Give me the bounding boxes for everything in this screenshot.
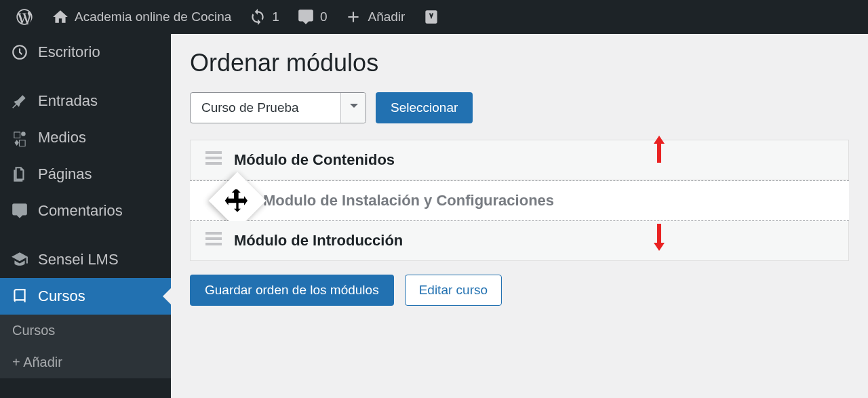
yoast-link[interactable] [414, 0, 448, 34]
wordpress-logo[interactable] [7, 0, 42, 34]
sidebar-item-paginas[interactable]: Páginas [0, 156, 171, 193]
drag-handle-icon[interactable] [205, 151, 222, 169]
selected-course: Curso de Prueba [201, 100, 299, 115]
chevron-down-icon [350, 104, 358, 112]
modules-list: Módulo de Contenidos Modulo de Instalaci… [190, 140, 849, 261]
module-name: Módulo de Contenidos [234, 151, 395, 169]
module-row-dragging[interactable]: Modulo de Instalación y Configuraciones [190, 180, 849, 221]
updates-link[interactable]: 1 [241, 0, 288, 34]
sidebar-item-escritorio[interactable]: Escritorio [0, 34, 171, 71]
comment-count: 0 [320, 9, 328, 24]
page-title: Ordenar módulos [190, 49, 849, 77]
svg-rect-6 [205, 243, 222, 245]
comments-link[interactable]: 0 [289, 0, 336, 34]
wordpress-icon [15, 7, 34, 26]
drag-handle-icon[interactable] [205, 232, 222, 250]
sidebar-item-comentarios[interactable]: Comentarios [0, 193, 171, 229]
sidebar-item-label: Sensei LMS [38, 251, 119, 268]
site-title: Academia online de Cocina [75, 9, 231, 24]
submenu-item-cursos[interactable]: Cursos [0, 315, 171, 346]
module-row[interactable]: Módulo de Contenidos [190, 140, 849, 180]
dashboard-icon [11, 43, 28, 61]
submenu-cursos: Cursos + Añadir [0, 315, 171, 378]
comment-icon [297, 8, 315, 26]
edit-course-button[interactable]: Editar curso [405, 275, 502, 306]
add-new-link[interactable]: Añadir [336, 0, 413, 34]
pin-icon [11, 92, 28, 110]
arrow-down-annotation [651, 222, 667, 255]
module-row[interactable]: Módulo de Introducción [190, 221, 849, 261]
sidebar-item-sensei[interactable]: Sensei LMS [0, 241, 171, 278]
course-select[interactable]: Curso de Prueba [190, 92, 366, 123]
save-order-button[interactable]: Guardar orden de los módulos [190, 275, 394, 306]
sidebar-item-label: Medios [38, 129, 86, 146]
sidebar-item-medios[interactable]: Medios [0, 119, 171, 156]
media-icon [11, 129, 28, 146]
yoast-icon [422, 8, 440, 26]
update-count: 1 [272, 9, 279, 24]
svg-rect-4 [205, 232, 222, 235]
sidebar-item-label: Páginas [38, 165, 92, 183]
add-label: Añadir [368, 9, 405, 24]
module-name: Módulo de Introducción [234, 232, 403, 250]
plus-icon [344, 8, 362, 26]
sidebar-item-entradas[interactable]: Entradas [0, 83, 171, 119]
module-name: Modulo de Instalación y Configuraciones [263, 192, 554, 210]
refresh-icon [249, 8, 267, 26]
main-content: Ordenar módulos Curso de Prueba Seleccio… [171, 34, 868, 398]
home-icon [52, 8, 69, 26]
pages-icon [11, 165, 28, 183]
svg-rect-2 [205, 157, 222, 159]
site-link[interactable]: Academia online de Cocina [43, 0, 239, 34]
sidebar-item-label: Entradas [38, 92, 98, 110]
admin-bar: Academia online de Cocina 1 0 Añadir [0, 0, 868, 34]
arrow-up-annotation [651, 134, 667, 167]
grad-cap-icon [11, 251, 28, 268]
svg-rect-3 [205, 162, 222, 165]
sidebar-item-cursos[interactable]: Cursos [0, 278, 171, 315]
svg-rect-5 [205, 237, 222, 240]
admin-sidebar: Escritorio Entradas Medios Páginas Comen… [0, 34, 171, 398]
book-icon [11, 287, 28, 305]
sidebar-item-label: Comentarios [38, 202, 123, 220]
submenu-item-anadir[interactable]: + Añadir [0, 346, 171, 378]
sidebar-item-label: Escritorio [38, 43, 100, 61]
sidebar-item-label: Cursos [38, 287, 85, 305]
svg-rect-1 [205, 151, 222, 154]
select-button[interactable]: Seleccionar [376, 92, 473, 123]
comment-icon [11, 202, 28, 220]
